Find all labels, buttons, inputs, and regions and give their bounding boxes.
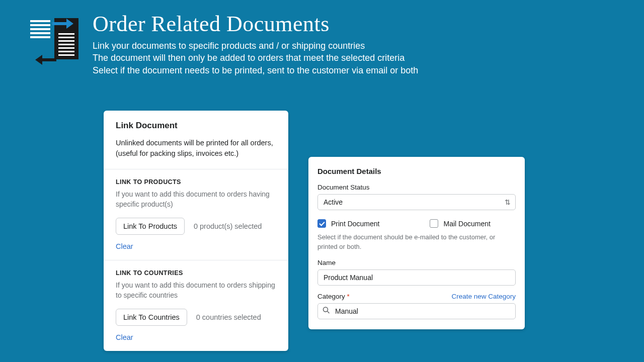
products-selected-count: 0 product(s) selected (194, 222, 262, 230)
svg-rect-9 (58, 44, 74, 45)
status-select[interactable]: Active (317, 194, 516, 210)
mail-document-label: Mail Document (443, 220, 490, 228)
document-details-card: Document Details Document Status Active … (308, 157, 525, 329)
search-icon (323, 306, 330, 316)
link-document-card: Link Document Unlinked documents will be… (104, 111, 288, 351)
print-document-label: Print Document (331, 220, 379, 228)
svg-rect-2 (30, 28, 50, 30)
link-countries-label: LINK TO COUNTRIES (116, 269, 276, 277)
svg-rect-3 (30, 32, 50, 34)
page-subtitle-2: The document will then only be added to … (93, 52, 418, 64)
category-search-input[interactable] (317, 303, 516, 319)
app-logo-icon (30, 11, 78, 69)
page-subtitle-3: Select if the document needs to be print… (93, 64, 418, 76)
page-title: Order Related Documents (93, 11, 418, 37)
name-input[interactable] (317, 269, 516, 286)
link-products-label: LINK TO PRODUCTS (116, 178, 276, 186)
mail-document-checkbox[interactable] (430, 219, 438, 228)
document-details-title: Document Details (317, 167, 516, 175)
link-to-countries-button[interactable]: Link To Countries (116, 309, 187, 326)
svg-rect-7 (58, 37, 74, 38)
svg-rect-12 (58, 54, 74, 56)
countries-selected-count: 0 countries selected (196, 313, 261, 321)
link-countries-desc: If you want to add this document to orde… (116, 281, 276, 301)
required-marker: * (347, 293, 350, 300)
svg-point-13 (324, 307, 328, 312)
svg-rect-11 (58, 51, 74, 52)
chevron-updown-icon: ⇅ (505, 199, 511, 206)
link-document-title: Link Document (116, 121, 276, 131)
clear-products-link[interactable]: Clear (116, 242, 133, 250)
category-label: Category (317, 293, 345, 300)
clear-countries-link[interactable]: Clear (116, 333, 133, 341)
link-to-products-button[interactable]: Link To Products (116, 218, 185, 235)
svg-rect-6 (58, 33, 74, 35)
print-document-checkbox[interactable] (317, 219, 326, 228)
delivery-help-text: Select if the document should be e-maile… (317, 233, 516, 252)
page-subtitle-1: Link your documents to specific products… (93, 40, 418, 52)
svg-rect-4 (30, 36, 50, 38)
svg-rect-8 (58, 40, 74, 42)
link-document-intro: Unlinked documents will be printed for a… (116, 138, 276, 159)
status-label: Document Status (317, 184, 516, 191)
svg-rect-0 (30, 20, 50, 22)
link-products-desc: If you want to add this document to orde… (116, 190, 276, 210)
svg-rect-1 (30, 24, 50, 26)
svg-line-14 (328, 311, 330, 313)
svg-rect-10 (58, 47, 74, 49)
name-label: Name (317, 259, 516, 266)
create-category-link[interactable]: Create new Category (451, 293, 516, 300)
